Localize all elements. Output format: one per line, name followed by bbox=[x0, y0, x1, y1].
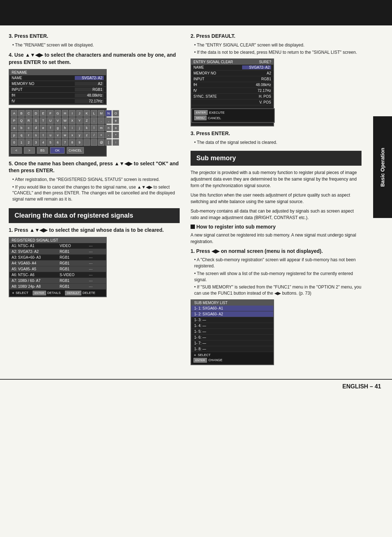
sub-memory-step1-bullet3: If "SUB MEMORY" is selected from the "FU… bbox=[194, 284, 362, 296]
table-row: A2: SVGA72- A2 RGB1 --- bbox=[9, 249, 106, 255]
kb-row2: P Q R S T U V W X Y Z ; . , e bbox=[11, 117, 105, 124]
right-step2-bullet1: The "ENTRY SIGNAL CLEAR" screen will be … bbox=[194, 42, 362, 48]
left-step3: 3. Press ENTER. The "RENAME" screen will… bbox=[9, 33, 180, 48]
sub-memory-section: The projector is provided with a sub mem… bbox=[191, 169, 362, 365]
rename-row-input: INPUT RGB1 bbox=[9, 87, 106, 93]
kb-row4: p q r s t u v w x y z / + - * bbox=[11, 132, 105, 138]
right-step3-bullet1: The data of the signal selected is clear… bbox=[194, 140, 362, 146]
sub-memory-step1-bullet2: The screen will show a list of the sub-m… bbox=[194, 271, 362, 283]
sub-memory-list-row: 1- 1: SXGA60- A1 bbox=[191, 306, 273, 311]
right-step2-label: 2. Press DEFAULT. bbox=[191, 33, 362, 40]
right-column: 2. Press DEFAULT. The "ENTRY SIGNAL CLEA… bbox=[191, 33, 383, 368]
sub-memory-list-header: SUB MEMORY LIST bbox=[191, 300, 273, 306]
entry-row-fh: fH 48.08kHz bbox=[191, 82, 273, 88]
table-row: A1: NTSC- A1 VIDEO --- bbox=[9, 243, 106, 249]
clearing-step1: 1. Press ▲▼◀▶ to select the signal whose… bbox=[9, 227, 180, 297]
kb-row3: a b c d e f g h i j k l m n o bbox=[11, 125, 105, 131]
kb-row5: 0 1 2 3 4 5 6 7 8 9 @ [ ↑ bbox=[11, 139, 105, 146]
sub-memory-list-row: 1- 5: — bbox=[191, 329, 273, 335]
rename-row-memno: MEMORY NO A2 bbox=[9, 81, 106, 87]
sub-memory-list-footer: ✦ SELECT ENTER CHANGE bbox=[191, 352, 273, 364]
sub-memory-header: Sub memory bbox=[191, 151, 362, 166]
signal-list-header: REGISTERED SIGNAL LIST bbox=[9, 238, 106, 243]
left-step4-label: 4. Use ▲▼◀▶ to select the characters and… bbox=[9, 52, 180, 66]
sub-memory-list-row: 1- 2: SXGA60- A2 bbox=[191, 311, 273, 317]
page-footer: ENGLISH – 41 bbox=[0, 379, 392, 393]
rename-row-fv: fV 72.17Hz bbox=[9, 98, 106, 104]
entry-row-input: INPUT RGB1 bbox=[191, 76, 273, 82]
black-square-icon bbox=[191, 225, 195, 229]
clearing-section-header: Clearing the data of registered signals bbox=[9, 208, 180, 223]
signal-list-footer: ✦ SELECT ENTER DETAILS DEFAULT DELETE bbox=[9, 290, 106, 296]
table-row: A3: SXGA+60- A3 RGB1 --- bbox=[9, 255, 106, 261]
sub-memory-step1-label: 1. Press ◀▶ on normal screen (menu is no… bbox=[191, 248, 362, 255]
sub-memory-desc1: The projector is provided with a sub mem… bbox=[191, 169, 362, 189]
keyboard: A B C D E F G H I J K L M N O P bbox=[9, 108, 107, 157]
page-number: ENGLISH – 41 bbox=[342, 383, 381, 390]
left-step4: 4. Use ▲▼◀▶ to select the characters and… bbox=[9, 52, 180, 156]
left-step5: 5. Once the name has been changed, press… bbox=[9, 160, 180, 202]
entry-row-sync: SYNC. STATE H. POS bbox=[191, 94, 273, 100]
sub-memory-list-row: 1- 8: — bbox=[191, 346, 273, 352]
left-step5-bullet2: If you would like to cancel the changes … bbox=[12, 184, 180, 202]
table-row: A5: VGA85- A5 RGB1 --- bbox=[9, 266, 106, 272]
right-step2: 2. Press DEFAULT. The "ENTRY SIGNAL CLEA… bbox=[191, 33, 362, 126]
table-row: A4: VGA60- A4 RGB1 --- bbox=[9, 261, 106, 266]
right-step3: 3. Press ENTER. The data of the signal s… bbox=[191, 130, 362, 145]
right-step2-bullet2: If the data is not to be cleared, press … bbox=[194, 49, 362, 56]
sub-memory-list-table: SUB MEMORY LIST 1- 1: SXGA60- A1 1- 2: S… bbox=[191, 299, 274, 365]
left-step3-label: 3. Press ENTER. bbox=[9, 33, 180, 40]
sub-memory-list-row: 1- 7: — bbox=[191, 340, 273, 346]
entry-screen-header: ENTRY SIGNAL CLEAR SURE? bbox=[191, 59, 273, 65]
entry-row-memno: MEMORY NO A2 bbox=[191, 70, 273, 76]
table-row: A7: 1080i / 60- A7 RGB1 --- bbox=[9, 278, 106, 284]
side-tab-basic-operation: Basic Operation bbox=[373, 116, 392, 218]
clearing-step1-label: 1. Press ▲▼◀▶ to select the signal whose… bbox=[9, 227, 180, 234]
left-step5-label: 5. Once the name has been changed, press… bbox=[9, 160, 180, 174]
rename-row-name: NAME SVGA72- A2 bbox=[9, 75, 106, 81]
table-row: A8: 1080/ 24p- A8 RGB1 --- bbox=[9, 284, 106, 290]
sub-memory-step1: 1. Press ◀▶ on normal screen (menu is no… bbox=[191, 248, 362, 296]
sub-memory-list-row: 1- 6: — bbox=[191, 335, 273, 340]
entry-row-fv: fV 72.17Hz bbox=[191, 88, 273, 94]
rename-row-fh: fH 48.08kHz bbox=[9, 93, 106, 98]
sub-memory-list-row: 1- 4: — bbox=[191, 323, 273, 329]
entry-row-vpos: V. POS bbox=[191, 100, 273, 105]
right-step3-label: 3. Press ENTER. bbox=[191, 130, 362, 137]
sub-memory-step1-bullet1: A "Check sub-memory registration" screen… bbox=[194, 257, 362, 269]
sub-memory-list-row: 1- 3: — bbox=[191, 317, 273, 323]
entry-screen-footer: ENTER EXECUTE MENU CANCEL bbox=[191, 108, 275, 123]
sub-memory-desc3: Sub-memory contains all data that can be… bbox=[191, 208, 362, 221]
entry-row-name: NAME SVGA72- A2 bbox=[191, 65, 273, 70]
left-step3-bullet1: The "RENAME" screen will be displayed. bbox=[12, 42, 180, 48]
left-step5-bullet1: After registration, the "REGISTERED SIGN… bbox=[12, 177, 180, 183]
rename-screen: RENAME NAME SVGA72- A2 MEMORY NO A2 INPU… bbox=[9, 69, 107, 105]
signal-list-table: REGISTERED SIGNAL LIST A1: NTSC- A1 VIDE… bbox=[9, 237, 107, 297]
how-to-register-heading: How to register into sub memory bbox=[191, 224, 362, 230]
kb-bottom-row: < > BS OK CANCEL bbox=[11, 147, 105, 154]
how-to-register-desc: A new signal cannot be registered into s… bbox=[191, 232, 362, 245]
left-column: 3. Press ENTER. The "RENAME" screen will… bbox=[9, 33, 180, 368]
kb-row1: A B C D E F G H I J K L M N O bbox=[11, 110, 105, 117]
sub-memory-desc2: Use this function when the user needs ad… bbox=[191, 192, 362, 205]
entry-signal-clear-screen: ENTRY SIGNAL CLEAR SURE? NAME SVGA72- A2… bbox=[191, 58, 274, 126]
top-banner bbox=[0, 0, 392, 25]
table-row: A6: NTSC- A6 S-VIDEO --- bbox=[9, 272, 106, 278]
rename-screen-header: RENAME bbox=[9, 70, 106, 75]
